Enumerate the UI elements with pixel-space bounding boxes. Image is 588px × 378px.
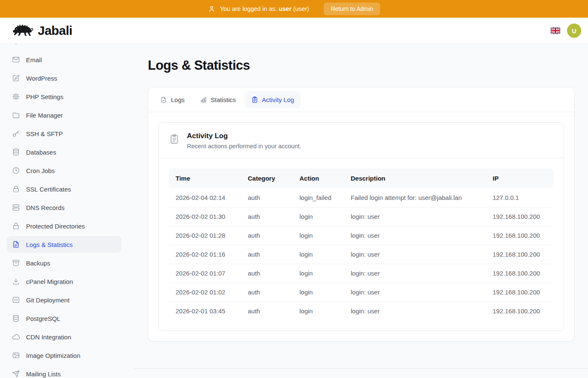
activity-log-table: TimeCategoryActionDescriptionIP 2026-02-… — [169, 168, 554, 320]
activity-log-title: Activity Log — [187, 132, 301, 140]
user-avatar[interactable]: U — [567, 24, 581, 38]
cell-action: login — [299, 302, 351, 320]
document-icon — [12, 240, 20, 249]
cell-time: 2026-02-04 02:14 — [169, 188, 248, 207]
folder-icon — [12, 111, 20, 119]
download-icon — [12, 277, 20, 286]
sidebar-item-cron-jobs[interactable]: Cron Jobs — [7, 162, 121, 179]
sidebar-item-protected-directories[interactable]: Protected Directories — [7, 218, 121, 234]
sidebar-item-label: Databases — [26, 149, 56, 156]
sidebar-item-label: File Manager — [26, 112, 63, 119]
sidebar-item-databases[interactable]: Databases — [7, 144, 121, 160]
server-icon — [12, 203, 20, 212]
sidebar-item-label: Cron Jobs — [26, 167, 55, 174]
cell-action: login — [299, 283, 351, 302]
logged-in-role: (user) — [293, 5, 309, 12]
database-icon — [12, 148, 20, 156]
cell-description: login: user — [351, 264, 493, 283]
sidebar-item-label: Git Deployment — [26, 297, 69, 304]
column-header-category: Category — [248, 168, 299, 188]
brand-name: Jabali — [38, 24, 72, 38]
cell-time: 2026-02-02 01:07 — [169, 264, 248, 283]
sidebar-nav: EmailWordPressPHP SettingsFile ManagerSS… — [0, 44, 128, 378]
sidebar-item-backups[interactable]: Backups — [7, 255, 121, 271]
cell-action: login — [299, 226, 351, 245]
column-header-description: Description — [351, 168, 493, 188]
cell-time: 2026-02-01 03:45 — [169, 302, 248, 320]
cell-ip: 192.168.100.200 — [493, 264, 554, 283]
lock-icon — [12, 185, 20, 193]
column-header-action: Action — [299, 168, 351, 188]
logged-in-username: user — [278, 5, 291, 12]
sidebar-item-logs-statistics[interactable]: Logs & Statistics — [7, 236, 121, 253]
clock-icon — [12, 166, 20, 175]
table-row: 2026-02-04 02:14authlogin_failedFailed l… — [169, 188, 554, 207]
sidebar-item-label: PHP Settings — [26, 93, 63, 100]
file-icon — [160, 96, 167, 103]
sidebar-item-label: Logs & Statistics — [26, 241, 73, 248]
cell-category: auth — [248, 264, 299, 283]
cell-category: auth — [248, 283, 299, 302]
tab-statistics-label: Statistics — [211, 96, 236, 103]
tab-logs[interactable]: Logs — [153, 91, 192, 108]
bar-chart-icon — [200, 96, 207, 103]
cell-description: login: user — [351, 226, 493, 245]
tab-bar: Logs Statistics Activity Log — [148, 87, 574, 112]
sidebar-item-mailing-lists[interactable]: Mailing Lists — [7, 365, 121, 378]
sidebar-item-label: Email — [26, 56, 42, 63]
sidebar-item-cpanel-migration[interactable]: cPanel Migration — [7, 273, 121, 290]
cell-action: login — [299, 245, 351, 264]
cell-category: auth — [248, 302, 299, 320]
cell-description: login: user — [351, 245, 493, 264]
image-icon — [12, 351, 20, 360]
sidebar-item-dns-records[interactable]: DNS Records — [7, 199, 121, 216]
mail-icon — [12, 55, 20, 64]
cell-action: login — [299, 264, 351, 283]
column-header-ip: IP — [493, 168, 554, 188]
cell-description: Failed login attempt for: user@jabali.la… — [351, 188, 493, 207]
sidebar-item-label: SSL Certificates — [26, 186, 71, 193]
logs-statistics-card: Logs Statistics Activity Log — [148, 87, 575, 341]
cell-description: login: user — [351, 207, 493, 226]
tab-activity-log-label: Activity Log — [262, 96, 294, 103]
brand-logo[interactable]: Jabali — [12, 21, 72, 40]
table-row: 2026-02-02 01:02authloginlogin: user192.… — [169, 283, 554, 302]
sidebar-item-file-manager[interactable]: File Manager — [7, 107, 121, 123]
tab-statistics[interactable]: Statistics — [193, 91, 243, 108]
language-flag-uk-icon[interactable] — [551, 27, 560, 34]
sidebar-item-php-settings[interactable]: PHP Settings — [7, 88, 121, 105]
return-to-admin-button[interactable]: Return to Admin — [324, 3, 380, 15]
gear-icon — [12, 92, 20, 101]
sidebar-item-ssl-certificates[interactable]: SSL Certificates — [7, 181, 121, 197]
sidebar-item-wordpress[interactable]: WordPress — [7, 70, 121, 87]
key-icon — [12, 129, 20, 138]
page-title: Logs & Statistics — [148, 58, 575, 73]
sidebar-item-label: cPanel Migration — [26, 278, 73, 285]
cell-action: login — [299, 207, 351, 226]
tab-activity-log[interactable]: Activity Log — [244, 91, 301, 108]
admin-session-bar: You are logged in as: user (user) Return… — [0, 0, 588, 18]
logged-in-message: You are logged in as: user (user) — [220, 5, 309, 12]
globe-icon — [12, 44, 20, 45]
sidebar-item-email[interactable]: Email — [7, 51, 121, 68]
main-content: Logs & Statistics Logs Statistics — [134, 58, 588, 369]
cell-description: login: user — [351, 283, 493, 302]
sidebar-item-ssh-sftp[interactable]: SSH & SFTP — [7, 125, 121, 142]
sidebar-item-cdn-integration[interactable]: CDN Integration — [7, 328, 121, 345]
sidebar-item-unknown[interactable] — [7, 44, 121, 50]
cell-ip: 192.168.100.200 — [493, 245, 554, 264]
sidebar-item-git-deployment[interactable]: Git Deployment — [7, 291, 121, 308]
cell-action: login_failed — [299, 188, 351, 207]
cell-ip: 192.168.100.200 — [493, 226, 554, 245]
column-header-time: Time — [169, 168, 248, 188]
cell-time: 2026-02-02 01:28 — [169, 226, 248, 245]
tab-logs-label: Logs — [171, 96, 185, 103]
sidebar-item-postgresql[interactable]: PostgreSQL — [7, 310, 121, 327]
table-row: 2026-02-02 01:30authloginlogin: user192.… — [169, 207, 554, 226]
lock-icon — [12, 222, 20, 230]
cell-time: 2026-02-02 01:02 — [169, 283, 248, 302]
sidebar-item-image-optimization[interactable]: Image Optimization — [7, 347, 121, 364]
code-icon — [12, 296, 20, 304]
cell-category: auth — [248, 245, 299, 264]
cell-ip: 192.168.100.200 — [493, 283, 554, 302]
